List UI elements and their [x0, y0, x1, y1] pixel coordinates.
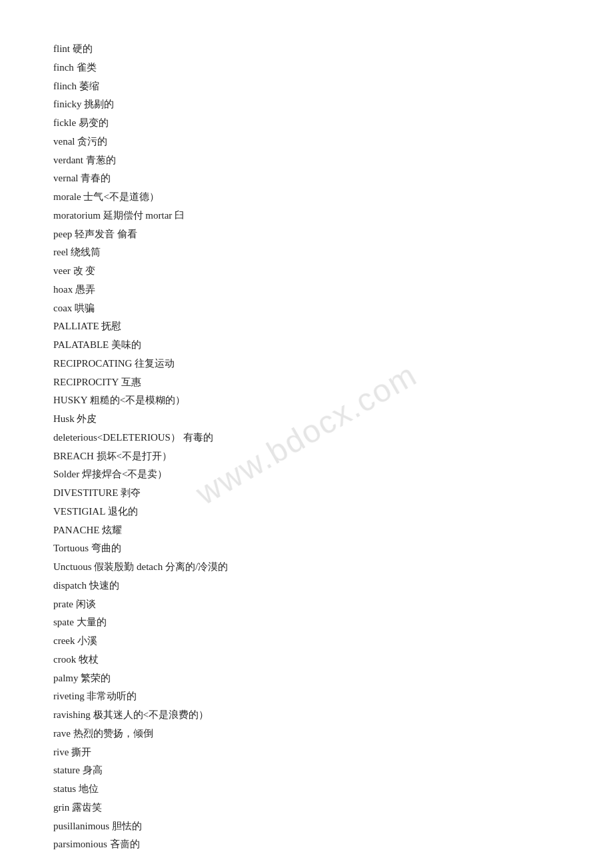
list-item: veer 改 变	[53, 262, 560, 281]
list-item: coax 哄骗	[53, 299, 560, 318]
list-item: spate 大量的	[53, 613, 560, 632]
list-item: fickle 易变的	[53, 114, 560, 133]
list-item: finch 雀类	[53, 59, 560, 77]
list-item: moratorium 延期偿付 mortar 臼	[53, 207, 560, 225]
list-item: RECIPROCITY 互惠	[53, 373, 560, 392]
list-item: stature 身高	[53, 761, 560, 780]
list-item: deleterious<DELETERIOUS） 有毒的	[53, 429, 560, 447]
list-item: crook 牧杖	[53, 651, 560, 669]
list-item: vernal 青春的	[53, 169, 560, 188]
list-item: reel 绕线筒	[53, 243, 560, 262]
list-item: morale 士气<不是道德）	[53, 188, 560, 207]
list-item: hoax 愚弄	[53, 281, 560, 299]
list-item: DIVESTITURE 剥夺	[53, 484, 560, 503]
list-item: RECIPROCATING 往复运动	[53, 355, 560, 373]
list-item: pusillanimous 胆怯的	[53, 817, 560, 836]
list-item: HUSKY 粗糙的<不是模糊的）	[53, 391, 560, 410]
list-item: parsimonious 吝啬的	[53, 835, 560, 854]
list-item: creek 小溪	[53, 632, 560, 651]
list-item: PALATABLE 美味的	[53, 336, 560, 355]
list-item: grin 露齿笑	[53, 799, 560, 817]
list-item: rive 撕开	[53, 743, 560, 762]
list-item: VESTIGIAL 退化的	[53, 503, 560, 521]
list-item: ravishing 极其迷人的<不是浪费的）	[53, 706, 560, 725]
list-item: verdant 青葱的	[53, 151, 560, 170]
list-item: status 地位	[53, 780, 560, 799]
list-item: PALLIATE 抚慰	[53, 317, 560, 336]
list-item: dispatch 快速的	[53, 577, 560, 595]
list-item: BREACH 损坏<不是打开）	[53, 447, 560, 466]
vocab-list: flint 硬的finch 雀类flinch 萎缩finicky 挑剔的fick…	[53, 40, 560, 854]
list-item: Husk 外皮	[53, 410, 560, 429]
list-item: palmy 繁荣的	[53, 669, 560, 688]
list-item: Unctuous 假装殷勤 detach 分离的/冷漠的	[53, 558, 560, 577]
list-item: rave 热烈的赞扬，倾倒	[53, 725, 560, 743]
list-item: Solder 焊接焊合<不是卖）	[53, 465, 560, 484]
list-item: prate 闲谈	[53, 595, 560, 614]
list-item: Tortuous 弯曲的	[53, 539, 560, 558]
list-item: flinch 萎缩	[53, 77, 560, 96]
list-item: finicky 挑剔的	[53, 95, 560, 114]
list-item: riveting 非常动听的	[53, 687, 560, 706]
list-item: flint 硬的	[53, 40, 560, 59]
list-item: peep 轻声发音 偷看	[53, 225, 560, 244]
list-item: venal 贪污的	[53, 133, 560, 151]
list-item: PANACHE 炫耀	[53, 521, 560, 540]
